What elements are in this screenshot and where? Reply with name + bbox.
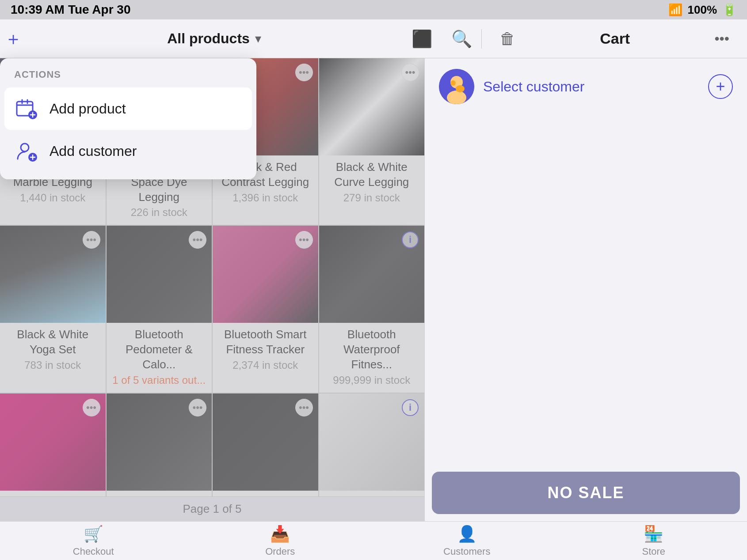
svg-point-6 <box>21 144 29 151</box>
customers-icon: 👤 <box>457 525 477 543</box>
tab-bar: 🛒Checkout📥Orders👤Customers🏪Store <box>0 521 747 560</box>
add-customer-label: Add customer <box>50 143 137 159</box>
orders-icon: 📥 <box>270 525 290 543</box>
svg-point-12 <box>456 85 465 92</box>
orders-label: Orders <box>265 546 295 557</box>
search-icon[interactable]: 🔍 <box>451 29 472 49</box>
cart-title: Cart <box>600 30 630 47</box>
add-customer-icon <box>14 139 39 163</box>
date-display: Tue Apr 30 <box>68 3 131 17</box>
toolbar-icons: ⬛ 🔍 <box>402 29 481 49</box>
products-panel: •••Black & Grey Marble Legging1,440 in s… <box>0 58 424 521</box>
tab-store[interactable]: 🏪Store <box>560 525 747 557</box>
store-icon: 🏪 <box>644 525 663 543</box>
checkout-label: Checkout <box>73 546 114 557</box>
customer-avatar <box>439 69 474 104</box>
checkout-icon: 🛒 <box>84 525 103 543</box>
status-bar-left: 10:39 AM Tue Apr 30 <box>11 3 131 17</box>
add-customer-cart-button[interactable]: + <box>708 74 733 99</box>
store-label: Store <box>642 546 665 557</box>
tab-customers[interactable]: 👤Customers <box>374 525 560 557</box>
main-container: •••Black & Grey Marble Legging1,440 in s… <box>0 58 747 521</box>
customers-label: Customers <box>443 546 490 557</box>
barcode-icon[interactable]: ⬛ <box>412 29 432 49</box>
no-sale-button[interactable]: NO SALE <box>432 472 740 514</box>
toolbar-center: All products ▾ <box>27 30 402 47</box>
actions-section-label: ACTIONS <box>0 69 256 87</box>
cart-header: Select customer + <box>425 58 747 115</box>
svg-point-11 <box>450 80 456 86</box>
add-product-icon <box>14 96 39 121</box>
chevron-down-icon[interactable]: ▾ <box>255 31 261 46</box>
toolbar-add-btn[interactable]: ＋ <box>0 26 27 51</box>
cart-body <box>425 115 747 465</box>
all-products-label: All products <box>167 30 250 47</box>
status-bar-right: 📶 100% 🔋 <box>668 3 737 17</box>
toolbar: ＋ All products ▾ ⬛ 🔍 🗑 Cart ••• <box>0 19 747 58</box>
more-icon[interactable]: ••• <box>714 30 729 47</box>
trash-icon[interactable]: 🗑 <box>499 30 515 48</box>
time-display: 10:39 AM <box>11 3 65 17</box>
battery-icon: 🔋 <box>722 3 736 17</box>
select-customer-text[interactable]: Select customer <box>483 79 699 95</box>
actions-dropdown: ACTIONS Add product <box>0 58 256 179</box>
battery-display: 100% <box>688 3 717 17</box>
add-product-label: Add product <box>50 101 126 117</box>
add-product-button[interactable]: Add product <box>4 87 252 130</box>
cart-toolbar: 🗑 Cart ••• <box>482 30 747 48</box>
status-bar: 10:39 AM Tue Apr 30 📶 100% 🔋 <box>0 0 747 19</box>
wifi-icon: 📶 <box>668 3 682 17</box>
add-icon[interactable]: ＋ <box>4 26 22 51</box>
add-customer-button[interactable]: Add customer <box>0 130 256 172</box>
tab-orders[interactable]: 📥Orders <box>187 525 374 557</box>
tab-checkout[interactable]: 🛒Checkout <box>0 525 187 557</box>
no-sale-label: NO SALE <box>547 484 624 502</box>
plus-icon: + <box>716 79 725 95</box>
svg-point-10 <box>447 91 466 104</box>
cart-panel: Select customer + NO SALE <box>424 58 747 521</box>
